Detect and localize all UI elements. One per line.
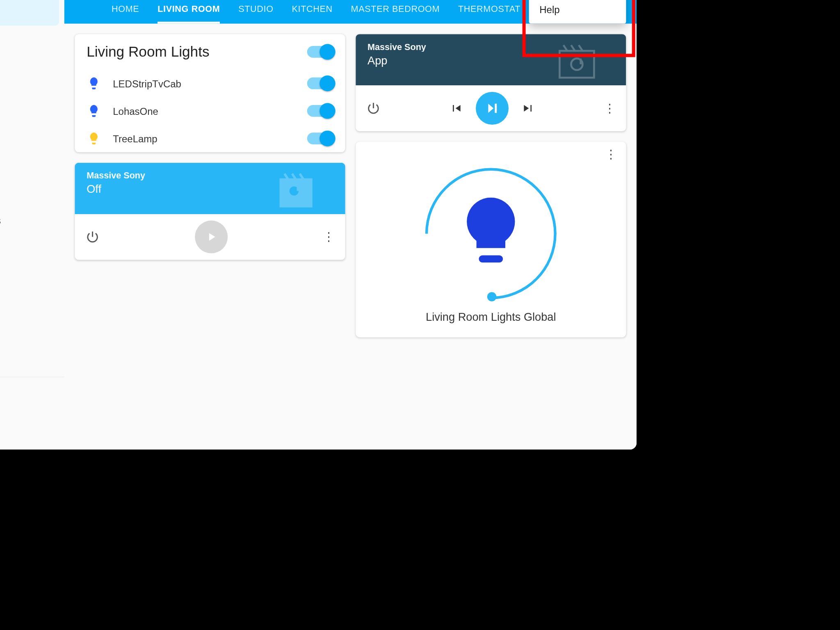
tab-master-bedroom[interactable]: MASTER BEDROOM	[351, 0, 440, 24]
more-menu-icon[interactable]: ⋮	[605, 148, 617, 161]
brightness-arc[interactable]	[398, 142, 584, 326]
sidebar-item-terminal[interactable]: Terminal	[0, 148, 59, 176]
browser-window: ⌂ Home Assistant ✕ ＋ ← → ⟳ ▲ Not Secure …	[0, 0, 637, 450]
light-name: LEDStripTvCab	[113, 78, 295, 89]
svg-rect-21	[479, 255, 503, 262]
light-row[interactable]: LohasOne	[75, 97, 345, 125]
master-toggle[interactable]	[307, 46, 333, 58]
app-root: Home Assistant Overview Map Logbook His	[0, 0, 637, 450]
main-content: TekHouse HOME LIVING ROOM STUDIO KITCHEN…	[64, 0, 637, 450]
light-toggle[interactable]	[307, 105, 333, 117]
play-pause-button[interactable]	[476, 92, 509, 125]
sidebar-item-configuration[interactable]: Configuration	[0, 266, 59, 294]
power-button[interactable]	[85, 230, 100, 244]
sidebar-item-notifications[interactable]: Notifications	[0, 381, 59, 410]
light-toggle[interactable]	[307, 78, 333, 89]
card-media-large: Massive Sony App ⋮	[356, 34, 626, 131]
sidebar-item-user[interactable]: S Simon	[0, 411, 59, 445]
sidebar-item-developer-tools[interactable]: Developer Tools	[0, 205, 59, 234]
play-button[interactable]	[195, 221, 228, 253]
card-title: Living Room Lights	[87, 43, 209, 61]
sidebar-item-map[interactable]: Map	[0, 27, 59, 56]
light-name: LohasOne	[113, 105, 295, 116]
more-menu-icon[interactable]: ⋮	[323, 230, 335, 244]
tab-kitchen[interactable]: KITCHEN	[292, 0, 332, 24]
light-name: TreeLamp	[113, 133, 295, 144]
light-row[interactable]: LEDStripTvCab	[75, 70, 345, 97]
svg-rect-19	[559, 51, 594, 78]
bulb-icon	[87, 131, 101, 146]
tab-living-room[interactable]: LIVING ROOM	[158, 0, 220, 24]
sidebar-item-label: Developer Tools	[0, 214, 1, 225]
prev-track-button[interactable]	[450, 102, 463, 115]
sidebar-item-file-editor[interactable]: File editor	[0, 117, 59, 146]
card-media-small: Massive Sony Off ⋮	[75, 163, 345, 260]
light-toggle[interactable]	[307, 132, 333, 144]
sidebar: Home Assistant Overview Map Logbook His	[0, 0, 64, 450]
bulb-icon	[461, 198, 520, 270]
media-icon	[554, 39, 600, 85]
card-living-room-lights: Living Room Lights LEDStripTvCab LohasOn…	[75, 34, 345, 152]
brightness-handle-icon[interactable]	[485, 290, 498, 304]
big-light-label: Living Room Lights Global	[426, 311, 556, 324]
next-track-button[interactable]	[522, 102, 535, 115]
sidebar-item-overview[interactable]: Overview	[0, 0, 59, 25]
sidebar-item-supervisor[interactable]: Supervisor	[0, 235, 59, 264]
tab-studio[interactable]: STUDIO	[238, 0, 273, 24]
tab-thermostat[interactable]: THERMOSTAT	[458, 0, 520, 24]
light-row[interactable]: TreeLamp	[75, 125, 345, 152]
overflow-menu: Configure UI Help	[529, 0, 626, 24]
bulb-icon	[87, 76, 101, 91]
media-icon	[273, 168, 319, 214]
menu-item-help[interactable]: Help	[529, 0, 626, 24]
tab-home[interactable]: HOME	[112, 0, 139, 24]
card-big-light: ⋮ Living Room Lights Global	[356, 142, 626, 338]
power-button[interactable]	[366, 101, 381, 115]
bulb-icon	[87, 104, 101, 118]
sidebar-item-history[interactable]: History	[0, 87, 59, 116]
sidebar-item-logbook[interactable]: Logbook	[0, 57, 59, 86]
more-menu-icon[interactable]: ⋮	[604, 101, 616, 115]
